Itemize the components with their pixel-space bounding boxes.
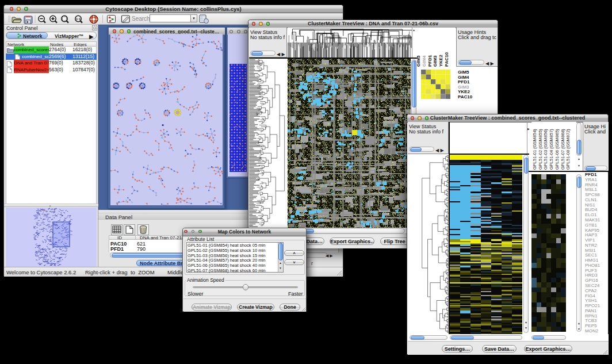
svg-text:PFD1: PFD1 — [427, 55, 433, 67]
svg-text:GPL51-07 (GSM868): GPL51-07 (GSM868) — [560, 129, 565, 170]
svg-text:YKE2: YKE2 — [438, 55, 443, 67]
svg-text:GPL51-02 (GSM855): GPL51-02 (GSM855) — [538, 129, 543, 170]
svg-text:GIM5: GIM5 — [417, 55, 421, 67]
svg-text:GPL51-06 (GSM865): GPL51-06 (GSM865) — [554, 129, 560, 170]
svg-text:GPL51-08 (GSM872): GPL51-08 (GSM872) — [565, 129, 571, 170]
svg-text:GPL51-01 (GSM854): GPL51-01 (GSM854) — [532, 129, 537, 170]
svg-text:PAC10: PAC10 — [444, 52, 449, 67]
svg-text:GIM4: GIM4 — [422, 55, 427, 67]
svg-text:GPL51-04 (GSM857): GPL51-04 (GSM857) — [549, 129, 554, 170]
svg-text:GPL51-03 (GSM856): GPL51-03 (GSM856) — [543, 129, 548, 170]
svg-text:GIM3: GIM3 — [433, 55, 438, 67]
svg-text:1:1: 1:1 — [76, 17, 81, 21]
